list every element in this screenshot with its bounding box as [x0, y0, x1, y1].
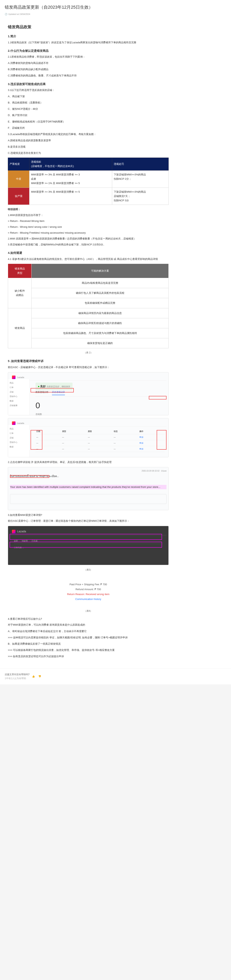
note-c: = Return - Missing Freebies/ missing acc… — [8, 231, 169, 235]
rf-amt: Refund Amount: ₱ 700 — [14, 587, 163, 592]
screenshot-appeal-thai: 2565.03.09 08:32:02 · อัปเดต ในส่วนของแถ… — [8, 467, 169, 510]
footer: 这篇文章对您有帮助吗? 1中有1人认为有帮助 👍 👎 — [0, 668, 231, 684]
t2-r1a: 商品内/箱检查商品包装是否完整 — [32, 278, 169, 288]
page-title: 错发商品政策更新（自2023年12月25日生效） — [0, 0, 231, 12]
s4-1: 4.1 请参考2建议方法以避免错发商品的情况发生。您可前往卖家中心（ASC），商… — [8, 257, 169, 261]
t2-h2: 可能的解决方案 — [32, 264, 169, 278]
t1-h1: 严重程度 — [8, 158, 29, 170]
s3-f: F、店铺被关闭 — [8, 126, 169, 130]
caption-4: （表4） — [8, 609, 169, 613]
t2-r1c: 包装前确保配件或赠品完整 — [32, 298, 169, 308]
footer-question: 这篇文章对您有帮助吗? — [5, 673, 30, 676]
lazada-logo-icon — [12, 375, 16, 379]
note-2: 2.MWI 原因退货率 = 因MWI原因退货的消费者数量 / 总受损的消费者数量… — [8, 237, 169, 241]
s5-1: 前往ASC - 店铺健康中心 - 历史违规记录 - 不合规记录 即可查看到违规记… — [8, 365, 169, 369]
s2-c: C.消费者收到的商品颜色、数量、尺寸或材质与下单商品不符 — [8, 73, 169, 78]
note-3: 3.若店铺被命中该违规门槛，店铺内MWI≥3%的商品将会被下架，扣除NCP 2分… — [8, 242, 169, 247]
screenshot-dashboard-2: Lazada 商品订单店铺营销中心数据 日期类型原因状态操作 ————申诉 ——… — [8, 418, 169, 457]
s5-2: 2.点击右侧申诉按钮 并 提供具体的申诉理由、单证、及惩后/改进措施，相关部门会… — [8, 460, 169, 465]
sidebar[interactable]: 商品订单店铺营销中心数据 — [8, 425, 30, 457]
t2-r2c: 包装前确保商品颜色、尺寸及材质为与消费者下单的商品属性相符 — [32, 328, 169, 338]
s5-heading: 5 .如何查看违规详情或申诉 — [8, 358, 169, 364]
t1-high-pun: 下架店铺里MWI>=3%的商品 店铺限流7天； 扣除NCP 3分 — [112, 188, 169, 205]
t1-mid-pun: 下架店铺里MWI>=3%的商品 扣除NCP 2分； — [112, 170, 169, 188]
s3-2: 3.2Lazada将根据店铺违规的严重程度及执行规定的惩罚事项。考核方案如图： — [8, 132, 169, 137]
t1-mid: 中度 — [8, 170, 29, 188]
s5-3p: 前往ASC卖家中心 - 订单管理 - 退货订单 - 通过筛选各个模块内的订单记录… — [8, 519, 169, 523]
updated-line: 🕐 Updated at 19/04/2024 — [0, 12, 231, 18]
violation-count: 0 — [35, 398, 42, 412]
screenshot-orders: Lazada 全部待处理已完成 订单列表 ... — [8, 526, 169, 565]
t2-r2h: 错发商品 — [8, 308, 32, 348]
s3-d: D、账户暂停付款 — [8, 113, 169, 118]
s2-heading: 2.什么行为会被认定是错发商品 — [8, 48, 169, 53]
note-1: 1.MWI原因退货包括但不限于： — [8, 213, 169, 217]
s5-3: 3.如何查看MWI退货订单详情? — [8, 513, 169, 517]
rf-reason: Return Reason: Received wrong item — [14, 592, 163, 597]
s5-4p: 对于MWI退货的订单，可以向消费者 咨询退货具体是什么原因造成的 — [8, 623, 169, 627]
s3-e: E、撤销航线或免检权利（仅适用于DRTM的商家） — [8, 119, 169, 124]
t1-high-rule: MWI退货率 >= 3% 且 MWI退货消费者 >= 5 — [29, 188, 112, 205]
thumb-down-icon[interactable]: 👎 — [38, 675, 42, 678]
s2-b: B.消费者收到的商品缺少配件或赠品 — [8, 67, 169, 72]
s5-4a: A、有时候会出现消费者在下单后或临近交付 前，主动表示不再需要它 — [8, 629, 169, 633]
clock-icon: 🕐 — [5, 12, 8, 16]
s1-para: 1.1错发商品政策（以下简称"该政策"）的设定是为了保证Lazada商家发出的货… — [8, 40, 169, 45]
t2-r2b: 确保商品详情页/的描述与图片的准确性 — [32, 318, 169, 328]
s3-heading: 3.违反该政策可能造成的后果 — [8, 81, 169, 87]
violation-label: 违规数 — [35, 412, 42, 416]
rf-comm[interactable]: Communication history — [14, 597, 163, 601]
t2-r2a: 确保商品详情页内容为最新的商品信息 — [32, 308, 169, 318]
s5-4c: B、如果是消费者确实反馈了一些真正错发情况 — [8, 642, 169, 646]
footer-note: 1中有1人认为有帮助 — [5, 676, 30, 680]
refund-detail-box: Paid Price + Shipping Fee: ₱ 700 Refund … — [8, 576, 169, 608]
dash-title: 良好 — [40, 385, 46, 388]
updated-text: Updated at 19/04/2024 — [8, 12, 30, 16]
s1-heading: 1.简介 — [8, 34, 169, 39]
screenshot-dashboard-1: Lazada 商品订单店铺营销中心数据店铺健康 ● 良好 当前状态良好，继续保持… — [8, 372, 169, 415]
lazada-logo-icon — [12, 530, 16, 533]
t2-r1b: 确保打包人员了解商品及其配件的包装流程 — [32, 288, 169, 298]
t1-mid-rule: MWI退货率 >= 3% 且 MWI退货消费者 >= 3 或者 MWI退货率 >… — [29, 170, 112, 188]
s3-a: A、商品被下架 — [8, 94, 169, 99]
t2-h1: 错发商品 类型 — [8, 264, 32, 278]
thai-highlight: Your store has been identified with mult… — [10, 485, 166, 489]
s5-4: 4.查看订单详情后可以做什么? — [8, 617, 169, 621]
note-a: = Return - Received Wrong Item — [8, 219, 169, 223]
s3-1: 3.1以下惩罚将适用于违反该政策的店铺： — [8, 88, 169, 92]
s5-4e: >>> 如有贵店的发货证明也可以作为证据提出申诉 — [8, 654, 169, 659]
violation-list-table: 日期类型原因状态操作 ————申诉 ————申诉 ————申诉 — [35, 428, 164, 452]
policy-heading: 错发商品政策 — [8, 24, 169, 30]
s2-1: 2.1若错发商品给消费者，即违反该政策，包括但不局限于下列案例： — [8, 55, 169, 59]
t1-high: 较严重 — [8, 188, 29, 205]
sidebar[interactable]: 商品订单店铺营销中心数据店铺健康 — [8, 379, 30, 415]
penalty-table: 严重程度 违规指标 (店铺维度，不包含近一周的过去90天) 违规处罚 中度 MW… — [8, 158, 169, 205]
solution-table: 错发商品 类型 可能的解决方案 缺少配件 或赠品 商品内/箱检查商品包装是否完整… — [8, 264, 169, 348]
rf-paid: Paid Price + Shipping Fee: ₱ 700 — [14, 582, 163, 587]
s2-a: A.消费者收到的货物与商品描述不符 — [8, 61, 169, 65]
lazada-logo-icon — [12, 422, 16, 425]
s4-heading: 4.如何规避 — [8, 250, 169, 255]
t2-r2d: 确保发货地址是正确的 — [32, 338, 169, 348]
caption-3: （表3） — [8, 568, 169, 572]
t2-r1h: 缺少配件 或赠品 — [8, 278, 32, 308]
s3-2b: B.是否多次违规 — [8, 145, 169, 149]
s3-c: C、被扣NCP违规分 - 48分 — [8, 107, 169, 111]
s5-4b: >>> 这种情况可以向卖家提供相应的 举证，如聊天截图/拒收证明, 如有必要，随… — [8, 635, 169, 640]
s3-2c: C.违规情况是否存在复发行为 — [8, 151, 169, 155]
caption-2: （表 2） — [8, 351, 169, 355]
thumb-up-icon[interactable]: 👍 — [32, 675, 36, 678]
check-icon: ● — [38, 385, 40, 388]
note-heading: 特别说明： — [8, 207, 169, 212]
s3-2a: A.因错发商品造成的退货数量及退货率 — [8, 138, 169, 143]
note-b: = Return - Wrong item/ wrong color / wro… — [8, 225, 169, 229]
t1-h2: 违规指标 (店铺维度，不包含近一周的过去90天) — [29, 158, 112, 170]
s3-b: B、商品检索降权（流量降权） — [8, 100, 169, 105]
s5-4d: >>> 可以根据各商家打包的情况做出排查，如优化管理、和市场、提供收款号-等>相… — [8, 648, 169, 652]
t1-h3: 违规处罚 — [112, 158, 169, 170]
